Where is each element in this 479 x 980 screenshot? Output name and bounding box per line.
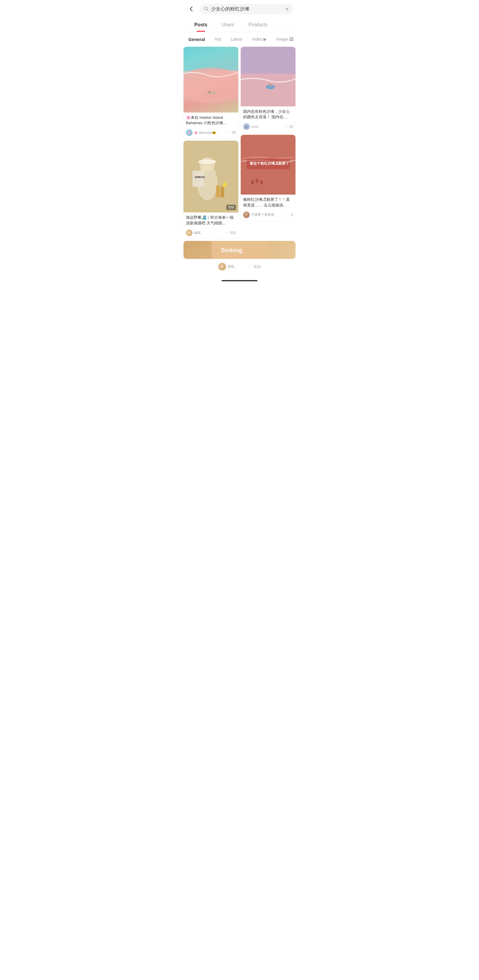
user-info: n nono — [243, 123, 258, 130]
filter-latest[interactable]: Latest — [228, 36, 245, 43]
post-image — [241, 47, 296, 107]
svg-point-3 — [206, 91, 217, 95]
tabs-bar: Posts Users Products — [181, 18, 298, 32]
filter-video[interactable]: Video ▶ — [249, 36, 269, 43]
heart-icon: ♡ — [225, 231, 229, 235]
username: 🌸 Mermaid🐠… — [194, 131, 220, 135]
svg-point-13 — [223, 183, 228, 187]
filter-image[interactable]: Image 🖼 — [274, 36, 296, 43]
post-title: 国内也有粉色沙滩，少女心的颜色太浪漫！ 国内也… — [243, 109, 293, 120]
username: 不爱萝卜和青菜 — [251, 212, 274, 217]
bottom-heart-icon: ♡ — [248, 263, 253, 270]
filter-general[interactable]: General — [186, 36, 207, 43]
svg-point-23 — [260, 180, 263, 185]
bottom-user-info: 嫗 嫗妮_ — [218, 263, 236, 270]
svg-rect-12 — [221, 187, 224, 197]
svg-point-2 — [183, 68, 238, 103]
post-image — [183, 47, 238, 113]
post-image-wrap: DRESS 赞助 — [183, 141, 238, 212]
home-indicator — [221, 280, 258, 281]
username: 嫗妮_ — [194, 231, 202, 235]
svg-rect-1 — [183, 47, 238, 71]
bottom-username: 嫗妮_ — [228, 264, 236, 269]
bottom-bar: 嫗 嫗妮_ ♡ 510 — [181, 259, 298, 278]
like-button[interactable]: ♡ 42 — [227, 130, 236, 135]
like-count: 10 — [289, 124, 293, 129]
post-card-partial[interactable]: Sinking — [183, 241, 296, 259]
heart-icon: ♡ — [227, 130, 231, 135]
post-card[interactable]: 国内也有粉色沙滩，少女心的颜色太浪漫！ 国内也… n nono ♡ 10 — [241, 47, 296, 132]
post-body: 国内也有粉色沙滩，少女心的颜色太浪漫！ 国内也… — [241, 107, 296, 121]
like-button[interactable]: ♡ 10 — [285, 124, 293, 129]
bottom-like-count: 510 — [253, 264, 261, 269]
like-button[interactable]: ♡ 510 — [225, 231, 236, 235]
post-body: 海边野餐🏄‍♀️｜和大海来一场清新偶遇吧·天气晴朗… — [183, 212, 238, 228]
bottom-like-button[interactable]: ♡ 510 — [248, 263, 261, 270]
like-count: 4 — [291, 213, 293, 217]
svg-point-17 — [269, 83, 272, 86]
avatar: 🌸 — [186, 129, 193, 136]
post-image-wrap — [183, 47, 238, 113]
heart-icon: ♡ — [286, 212, 290, 217]
post-card[interactable]: 🌸来自 Harbor Island Bahamas の粉色沙滩… 🌸 🌸 Mer… — [183, 47, 238, 138]
masonry-col-left: 🌸来自 Harbor Island Bahamas の粉色沙滩… 🌸 🌸 Mer… — [183, 47, 238, 239]
svg-point-22 — [255, 179, 258, 183]
svg-text:DRESS: DRESS — [195, 175, 205, 179]
post-image-wrap — [241, 47, 296, 107]
svg-text:被这个粉红沙滩🏖刷屏了: 被这个粉红沙滩🏖刷屏了 — [249, 161, 289, 165]
avatar: 不 — [243, 212, 250, 218]
username: nono — [251, 125, 258, 128]
back-button[interactable] — [186, 3, 197, 14]
svg-point-4 — [208, 91, 211, 93]
masonry-col-right: 国内也有粉色沙滩，少女心的颜色太浪漫！ 国内也… n nono ♡ 10 — [241, 47, 296, 239]
bottom-avatar: 嫗 — [218, 263, 226, 270]
tab-users[interactable]: Users — [215, 18, 242, 32]
post-title: 被粉红沙滩🏖刷屏了！！真相竟是…… 去云南旅游… — [243, 197, 293, 208]
post-card[interactable]: DRESS 赞助 海边野餐🏄‍♀️｜和大海来一场清新偶遇吧·天气晴朗… 嫗 嫗 — [183, 141, 238, 238]
like-count: 42 — [232, 130, 236, 135]
svg-point-8 — [198, 159, 216, 164]
post-footer: 🌸 🌸 Mermaid🐠… ♡ 42 — [183, 127, 238, 138]
tab-products[interactable]: Products — [241, 18, 275, 32]
search-icon — [204, 6, 208, 12]
post-title: 🌸来自 Harbor Island Bahamas の粉色沙滩… — [186, 115, 236, 126]
post-footer: n nono ♡ 10 — [241, 121, 296, 132]
next-post-preview: Sinking — [181, 241, 298, 259]
avatar: 嫗 — [186, 229, 193, 236]
post-body: 🌸来自 Harbor Island Bahamas の粉色沙滩… — [183, 113, 238, 127]
svg-point-21 — [251, 180, 254, 185]
tab-posts[interactable]: Posts — [187, 18, 215, 32]
user-info: 嫗 嫗妮_ — [186, 229, 202, 236]
posts-grid: 🌸来自 Harbor Island Bahamas の粉色沙滩… 🌸 🌸 Mer… — [181, 47, 298, 241]
avatar: n — [243, 123, 250, 130]
header: ✕ — [181, 0, 298, 18]
sponsored-badge: 赞助 — [226, 205, 236, 210]
user-info: 不 不爱萝卜和青菜 — [243, 212, 274, 218]
heart-icon: ♡ — [285, 124, 288, 129]
clear-button[interactable]: ✕ — [285, 6, 289, 12]
svg-rect-9 — [193, 171, 204, 187]
post-footer: 不 不爱萝卜和青菜 ♡ 4 — [241, 210, 296, 221]
post-card[interactable]: 被这个粉红沙滩🏖刷屏了 被粉红沙滩🏖刷屏了！！真相竟是…… 去云南旅游… 不 不… — [241, 135, 296, 220]
search-bar: ✕ — [200, 4, 293, 14]
post-title: 海边野餐🏄‍♀️｜和大海来一场清新偶遇吧·天气晴朗… — [186, 215, 236, 226]
filter-hot[interactable]: Hot — [212, 36, 224, 43]
post-image: DRESS 赞助 — [183, 141, 238, 212]
user-info: 🌸 🌸 Mermaid🐠… — [186, 129, 220, 136]
search-input[interactable] — [211, 6, 283, 12]
post-footer: 嫗 嫗妮_ ♡ 510 — [183, 228, 238, 239]
filter-bar: General Hot Latest Video ▶ Image 🖼 — [181, 32, 298, 47]
post-image: 被这个粉红沙滩🏖刷屏了 — [241, 135, 296, 194]
like-count: 510 — [230, 231, 236, 235]
svg-rect-14 — [241, 47, 296, 73]
svg-rect-11 — [216, 186, 220, 197]
post-image-wrap: 被这个粉红沙滩🏖刷屏了 — [241, 135, 296, 194]
like-button[interactable]: ♡ 4 — [286, 212, 293, 217]
post-body: 被粉红沙滩🏖刷屏了！！真相竟是…… 去云南旅游… — [241, 194, 296, 210]
svg-text:Sinking: Sinking — [221, 247, 242, 253]
